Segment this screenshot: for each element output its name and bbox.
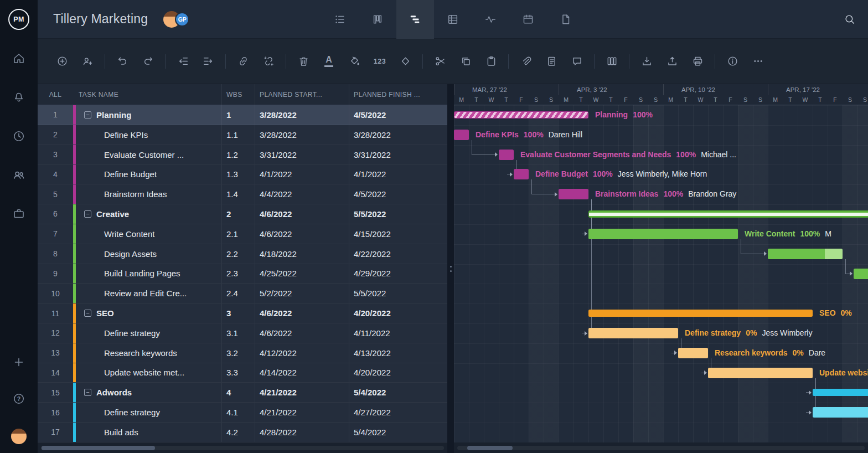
gantt-bar[interactable] bbox=[499, 150, 514, 160]
collapse-toggle[interactable]: − bbox=[84, 389, 91, 396]
gantt-bar[interactable] bbox=[678, 348, 708, 358]
planned-start-value[interactable]: 4/6/2022 bbox=[255, 323, 349, 343]
table-row[interactable]: 7Write Content2.14/6/20224/15/2022 bbox=[38, 224, 447, 244]
planned-finish-value[interactable]: 3/28/2022 bbox=[349, 125, 447, 145]
planned-finish-column-header[interactable]: PLANNED FINISH ... bbox=[349, 84, 447, 105]
planned-start-value[interactable]: 4/1/2022 bbox=[255, 164, 349, 184]
task-name-cell[interactable]: Brainstorm Ideas bbox=[73, 184, 221, 204]
task-name-cell[interactable]: Design Assets bbox=[73, 244, 221, 264]
planned-start-value[interactable]: 4/14/2022 bbox=[255, 363, 349, 383]
number-format-button[interactable]: 123 bbox=[369, 50, 391, 73]
columns-button[interactable] bbox=[601, 50, 623, 73]
planned-start-value[interactable]: 4/25/2022 bbox=[255, 264, 349, 284]
gantt-bar[interactable] bbox=[854, 269, 868, 279]
planned-start-value[interactable]: 4/12/2022 bbox=[255, 343, 349, 363]
planned-finish-value[interactable]: 4/1/2022 bbox=[349, 164, 447, 184]
assign-user-button[interactable] bbox=[76, 50, 99, 73]
planned-finish-value[interactable]: 4/22/2022 bbox=[349, 244, 447, 264]
planned-finish-value[interactable]: 5/4/2022 bbox=[349, 423, 447, 442]
paste-button[interactable] bbox=[480, 50, 502, 73]
redo-button[interactable] bbox=[137, 50, 159, 73]
planned-start-value[interactable]: 4/6/2022 bbox=[255, 224, 349, 244]
table-row[interactable]: 13Research keywords3.24/12/20224/13/2022 bbox=[38, 343, 447, 363]
collapse-toggle[interactable]: − bbox=[84, 210, 91, 218]
gantt-bar[interactable] bbox=[708, 368, 813, 378]
gantt-bar[interactable] bbox=[768, 249, 843, 259]
outdent-button[interactable] bbox=[172, 50, 194, 73]
planned-finish-value[interactable]: 5/4/2022 bbox=[349, 383, 447, 402]
task-name-cell[interactable]: Define Budget bbox=[73, 164, 221, 184]
planned-finish-value[interactable]: 3/31/2022 bbox=[349, 145, 447, 164]
more-options-button[interactable] bbox=[747, 50, 769, 73]
collapse-toggle[interactable]: − bbox=[84, 111, 91, 119]
table-row[interactable]: 9Build Landing Pages2.34/25/20224/29/202… bbox=[38, 264, 447, 284]
planned-finish-value[interactable]: 4/15/2022 bbox=[349, 224, 447, 244]
sidebar-item-portfolio[interactable] bbox=[12, 207, 25, 220]
planned-start-value[interactable]: 3/31/2022 bbox=[255, 145, 349, 164]
task-name-column-header[interactable]: TASK NAME bbox=[73, 84, 221, 105]
gantt-bar[interactable] bbox=[514, 169, 529, 179]
task-name-cell[interactable]: Update website met... bbox=[73, 363, 221, 383]
task-name-cell[interactable]: Build Landing Pages bbox=[73, 264, 221, 284]
gantt-body[interactable]: Planning100%Define KPIs100%Daren HillEva… bbox=[454, 105, 868, 442]
sidebar-item-timesheets[interactable] bbox=[12, 130, 25, 143]
planned-finish-value[interactable]: 4/27/2022 bbox=[349, 403, 447, 422]
gantt-horizontal-scrollbar[interactable] bbox=[454, 442, 868, 453]
table-row[interactable]: 4Define Budget1.34/1/20224/1/2022 bbox=[38, 164, 447, 184]
copy-button[interactable] bbox=[454, 50, 477, 73]
task-name-cell[interactable]: Review and Edit Cre... bbox=[73, 284, 221, 303]
planned-finish-value[interactable]: 4/11/2022 bbox=[349, 323, 447, 343]
search-button[interactable] bbox=[844, 13, 856, 25]
gantt-bar[interactable] bbox=[454, 111, 588, 119]
indent-button[interactable] bbox=[197, 50, 219, 73]
task-name-cell[interactable]: Build ads bbox=[73, 423, 221, 442]
planned-start-value[interactable]: 4/4/2022 bbox=[255, 184, 349, 204]
tab-document-view[interactable] bbox=[547, 0, 585, 39]
task-name-cell[interactable]: Define KPIs bbox=[73, 125, 221, 145]
undo-button[interactable] bbox=[111, 50, 133, 73]
table-row[interactable]: 8Design Assets2.24/18/20224/22/2022 bbox=[38, 244, 447, 264]
sidebar-add-button[interactable] bbox=[12, 356, 25, 369]
scrollbar-track[interactable] bbox=[457, 446, 865, 450]
table-horizontal-scrollbar[interactable] bbox=[38, 442, 447, 453]
scrollbar-thumb[interactable] bbox=[42, 446, 155, 450]
table-row[interactable]: 2Define KPIs1.13/28/20223/28/2022 bbox=[38, 125, 447, 145]
task-name-cell[interactable]: −Creative bbox=[73, 204, 221, 224]
planned-finish-value[interactable]: 4/20/2022 bbox=[349, 363, 447, 383]
gantt-bar[interactable] bbox=[454, 130, 469, 140]
unlink-tasks-button[interactable] bbox=[257, 50, 280, 73]
gantt-bar[interactable] bbox=[588, 210, 868, 218]
task-name-cell[interactable]: Write Content bbox=[73, 224, 221, 244]
task-name-cell[interactable]: −Adwords bbox=[73, 383, 221, 402]
planned-start-value[interactable]: 4/6/2022 bbox=[255, 204, 349, 224]
task-name-cell[interactable]: −Planning bbox=[73, 105, 221, 125]
font-color-button[interactable]: A bbox=[318, 50, 340, 73]
comment-button[interactable] bbox=[566, 50, 588, 73]
task-name-cell[interactable]: Define strategy bbox=[73, 323, 221, 343]
filter-column-header[interactable]: ALL bbox=[38, 84, 73, 105]
collapse-toggle[interactable]: − bbox=[84, 310, 91, 317]
gantt-bar[interactable] bbox=[588, 328, 678, 338]
fill-color-button[interactable] bbox=[343, 50, 365, 73]
print-button[interactable] bbox=[686, 50, 709, 73]
gantt-bar[interactable] bbox=[813, 407, 868, 418]
planned-start-value[interactable]: 4/18/2022 bbox=[255, 244, 349, 264]
planned-start-value[interactable]: 4/21/2022 bbox=[255, 383, 349, 402]
table-row[interactable]: 6−Creative24/6/20225/5/2022 bbox=[38, 204, 447, 224]
planned-finish-value[interactable]: 5/5/2022 bbox=[349, 204, 447, 224]
wbs-column-header[interactable]: WBS bbox=[221, 84, 255, 105]
gantt-bar[interactable] bbox=[588, 310, 813, 317]
tab-calendar-view[interactable] bbox=[509, 0, 547, 39]
link-tasks-button[interactable] bbox=[232, 50, 254, 73]
add-task-button[interactable] bbox=[51, 50, 73, 73]
scrollbar-thumb[interactable] bbox=[467, 446, 513, 450]
gantt-bar[interactable] bbox=[559, 189, 588, 199]
tab-board-view[interactable] bbox=[359, 0, 396, 39]
table-row[interactable]: 3Evaluate Customer ...1.23/31/20223/31/2… bbox=[38, 145, 447, 165]
planned-start-column-header[interactable]: PLANNED START... bbox=[255, 84, 349, 105]
table-row[interactable]: 12Define strategy3.14/6/20224/11/2022 bbox=[38, 323, 447, 343]
info-button[interactable] bbox=[721, 50, 743, 73]
planned-start-value[interactable]: 5/2/2022 bbox=[255, 284, 349, 303]
import-button[interactable] bbox=[636, 50, 658, 73]
pane-splitter[interactable] bbox=[447, 84, 454, 453]
